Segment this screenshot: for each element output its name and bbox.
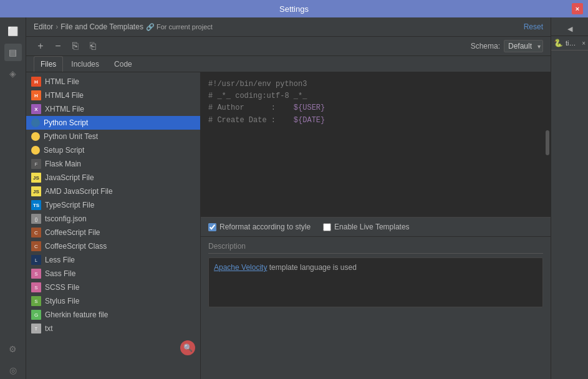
xhtml-file-icon: X — [31, 104, 41, 114]
right-panel: #!/usr/bin/env python3 # _*_ coding:utf-… — [201, 72, 551, 379]
file-item-label: JavaScript File — [45, 173, 94, 182]
breadcrumb: Editor › File and Code Templates 🔗 For c… — [34, 22, 213, 31]
javascript-file-icon: JS — [31, 173, 41, 183]
stylus-file-icon: S — [31, 296, 41, 306]
amd-js-icon: JS — [31, 186, 41, 196]
code-line-3: # Author : ${USER} — [208, 102, 543, 114]
python-tab-icon: 🐍 — [554, 39, 563, 47]
file-item-label: SCSS File — [45, 283, 79, 292]
breadcrumb-part2: File and Code Templates — [60, 22, 143, 31]
file-item-label: tsconfig.json — [45, 214, 87, 223]
copy-button[interactable]: ⎘ — [69, 39, 82, 53]
left-icon-2[interactable]: ▤ — [4, 44, 22, 61]
description-rest: template language is used — [267, 263, 356, 272]
schema-wrapper: Default ▾ — [504, 40, 543, 52]
close-tab-icon[interactable]: × — [582, 40, 586, 47]
live-templates-label: Enable Live Templates — [334, 223, 410, 231]
file-item-scss[interactable]: S SCSS File — [26, 281, 200, 294]
left-icon-3[interactable]: ◈ — [4, 65, 22, 82]
toolbar: + − ⎘ ⎗ Schema: Default ▾ — [26, 37, 551, 56]
options-row: Reformat according to style Enable Live … — [201, 218, 551, 237]
left-panel: ⬜ ▤ ◈ ⚙ ◎ — [0, 17, 26, 379]
tab-files[interactable]: Files — [34, 56, 63, 72]
time-py-tab[interactable]: time.py — [566, 39, 579, 47]
txt-icon: T — [31, 324, 41, 333]
dialog-title: Settings — [279, 4, 309, 14]
file-item-label: AMD JavaScript File — [45, 187, 113, 196]
search-icon[interactable]: 🔍 — [180, 340, 195, 355]
file-item-less[interactable]: L Less File — [26, 253, 200, 267]
close-button[interactable]: × — [572, 3, 583, 14]
live-templates-checkbox[interactable] — [323, 223, 331, 231]
file-item-stylus[interactable]: S Stylus File — [26, 294, 200, 308]
file-item-coffeescript[interactable]: C CoffeeScript File — [26, 226, 200, 239]
file-item-label: XHTML File — [45, 105, 84, 113]
file-item-coffeescript-class[interactable]: C CoffeeScript Class — [26, 239, 200, 253]
file-item-sass[interactable]: S Sass File — [26, 267, 200, 281]
code-line-4: # Create Date : ${DATE} — [208, 115, 543, 127]
file-item-flask-main[interactable]: F Flask Main — [26, 157, 200, 171]
breadcrumb-part1: Editor — [34, 22, 53, 31]
file-item-html4[interactable]: H HTML4 File — [26, 89, 200, 102]
content-area: H HTML File H HTML4 File X XHTML File Py… — [26, 72, 551, 379]
tabs-row: Files Includes Code — [26, 56, 551, 72]
file-item-gherkin[interactable]: G Gherkin feature file — [26, 308, 200, 322]
left-icon-1[interactable]: ⬜ — [4, 22, 22, 40]
remove-button[interactable]: − — [51, 39, 65, 53]
add-button[interactable]: + — [34, 39, 47, 53]
file-item-xhtml[interactable]: X XHTML File — [26, 102, 200, 116]
left-icon-bottom2[interactable]: ◎ — [4, 362, 22, 379]
scroll-indicator — [546, 130, 549, 155]
file-item-setup-script[interactable]: Setup Script — [26, 143, 200, 157]
file-item-python-unit-test[interactable]: Python Unit Test — [26, 130, 200, 143]
python-script-icon — [31, 118, 40, 127]
left-icon-bottom1[interactable]: ⚙ — [4, 340, 22, 358]
scss-file-icon: S — [31, 282, 41, 292]
less-file-icon: L — [31, 255, 41, 265]
file-item-label: Sass File — [45, 269, 75, 278]
file-item-label: HTML4 File — [45, 91, 84, 100]
sass-file-icon: S — [31, 269, 41, 279]
file-item-label: Gherkin feature file — [45, 310, 108, 319]
breadcrumb-sep: › — [55, 22, 58, 31]
file-item-label: Less File — [45, 256, 75, 264]
tab-includes[interactable]: Includes — [64, 56, 106, 72]
file-item-html[interactable]: H HTML File — [26, 75, 200, 89]
python-unit-test-icon — [31, 132, 40, 141]
file-item-label: Python Unit Test — [44, 132, 98, 141]
tsconfig-icon: {} — [31, 214, 41, 224]
file-list: H HTML File H HTML4 File X XHTML File Py… — [26, 72, 201, 379]
copy2-button[interactable]: ⎗ — [86, 39, 100, 53]
apache-velocity-link[interactable]: Apache Velocity — [214, 263, 267, 272]
description-section: Description Apache Velocity template lan… — [201, 237, 551, 379]
left-arrow-icon[interactable]: ◀ — [567, 25, 572, 33]
breadcrumb-project: 🔗 For current project — [146, 23, 213, 31]
code-editor[interactable]: #!/usr/bin/env python3 # _*_ coding:utf-… — [201, 72, 551, 218]
main-layout: ⬜ ▤ ◈ ⚙ ◎ Editor › File and Code Templat… — [0, 17, 588, 379]
file-item-txt[interactable]: T txt — [26, 322, 200, 335]
description-box: Apache Velocity template language is use… — [208, 257, 543, 307]
file-item-tsconfig[interactable]: {} tsconfig.json — [26, 212, 200, 226]
flask-main-icon: F — [31, 159, 41, 169]
tab-code[interactable]: Code — [107, 56, 139, 72]
typescript-file-icon: TS — [31, 200, 41, 210]
html-file-icon: H — [31, 77, 41, 87]
reformat-checkbox[interactable] — [208, 223, 216, 231]
file-item-typescript[interactable]: TS TypeScript File — [26, 198, 200, 212]
file-item-javascript[interactable]: JS JavaScript File — [26, 171, 200, 185]
file-item-amd-javascript[interactable]: JS AMD JavaScript File — [26, 185, 200, 198]
schema-select[interactable]: Default — [504, 40, 543, 52]
live-templates-option: Enable Live Templates — [323, 223, 410, 231]
file-item-label: Stylus File — [45, 297, 79, 305]
file-item-label: TypeScript File — [45, 201, 94, 209]
file-item-label: CoffeeScript File — [45, 228, 100, 237]
file-item-label: Python Script — [44, 118, 88, 127]
setup-script-icon — [31, 146, 40, 155]
reset-button[interactable]: Reset — [524, 22, 543, 31]
code-line-2: # _*_ coding:utf-8 _*_ — [208, 90, 543, 102]
settings-dialog: Editor › File and Code Templates 🔗 For c… — [26, 17, 551, 379]
file-item-label: txt — [45, 324, 53, 333]
html4-file-icon: H — [31, 90, 41, 100]
coffeescript-icon: C — [31, 228, 41, 237]
file-item-python-script[interactable]: Python Script — [26, 116, 200, 130]
